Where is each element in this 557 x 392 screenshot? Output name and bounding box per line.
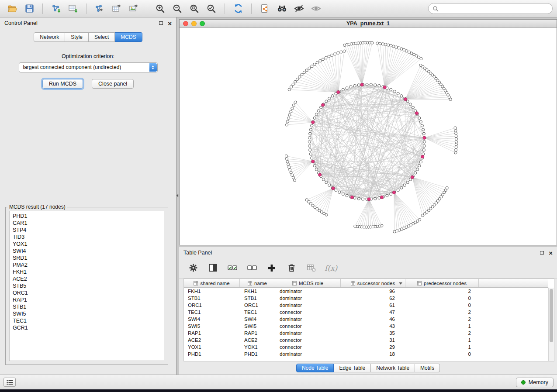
close-panel-icon[interactable]: × — [168, 20, 172, 27]
delete-row-button[interactable] — [285, 262, 298, 274]
table-tab-network-table[interactable]: Network Table — [371, 364, 415, 372]
result-node[interactable]: ORC1 — [13, 289, 161, 296]
table-scrollbar[interactable] — [548, 288, 554, 361]
cell-successor_nodes: 46 — [341, 316, 405, 323]
cell-mcds_role: dominator — [275, 316, 341, 323]
cytoscape-app: Control Panel × NetworkStyleSelectMCDS O… — [0, 0, 557, 392]
column-settings-button[interactable] — [187, 262, 199, 274]
tab-select[interactable]: Select — [89, 32, 115, 42]
criterion-select-value: largest connected component (undirected) — [23, 64, 121, 70]
show-columns-button[interactable] — [207, 262, 219, 274]
show-all-button[interactable] — [308, 2, 324, 15]
cell-mcds_role: connector — [275, 323, 341, 330]
select-all-button[interactable] — [226, 262, 239, 274]
table-row-SWI4[interactable]: SWI4SWI4dominator462 — [184, 316, 548, 323]
zoom-in-button[interactable] — [152, 2, 168, 15]
memory-button[interactable]: Memory — [516, 378, 554, 387]
search-box[interactable] — [428, 3, 553, 14]
cell-successor_nodes: 29 — [341, 344, 405, 351]
apply-layout-button[interactable] — [230, 2, 246, 15]
table-row-YOX1[interactable]: YOX1YOX1connector291 — [184, 344, 548, 351]
function-builder-button[interactable]: f(x) — [325, 262, 337, 274]
table-row-ORC1[interactable]: ORC1ORC1dominator610 — [184, 302, 548, 309]
deselect-all-button[interactable] — [246, 262, 258, 274]
table-tab-edge-table[interactable]: Edge Table — [334, 364, 371, 372]
cell-successor_nodes: 96 — [341, 288, 405, 295]
table-row-PHD1[interactable]: PHD1PHD1dominator180 — [184, 351, 548, 358]
import-table-button[interactable] — [65, 2, 81, 15]
float-panel-icon[interactable] — [159, 21, 163, 25]
select-arrows-icon — [149, 63, 157, 72]
cell-predecessor_nodes: 2 — [405, 288, 479, 295]
zoom-out-button[interactable] — [170, 2, 185, 15]
column-header-shared-name[interactable]: shared name — [184, 279, 240, 287]
table-row-ACE2[interactable]: ACE2ACE2connector311 — [184, 337, 548, 344]
result-node[interactable]: STP4 — [13, 227, 161, 234]
scrollbar-thumb[interactable] — [550, 289, 553, 342]
cell-shared_name: SWI5 — [184, 323, 240, 330]
save-session-button[interactable] — [21, 2, 37, 15]
column-header-MCDS-role[interactable]: MCDS role — [275, 279, 341, 287]
table-tab-motifs[interactable]: Motifs — [415, 364, 440, 372]
zoom-selected-button[interactable] — [204, 2, 219, 15]
toolbar-separator — [251, 3, 252, 14]
add-row-button[interactable] — [266, 262, 278, 274]
result-node[interactable]: CAR1 — [13, 220, 161, 227]
export-network-button[interactable] — [92, 2, 107, 15]
export-table-button[interactable] — [109, 2, 125, 15]
close-mcds-panel-button[interactable]: Close panel — [92, 79, 134, 89]
cell-shared_name: ACE2 — [184, 337, 240, 344]
table-row-TEC1[interactable]: TEC1TEC1connector472 — [184, 309, 548, 316]
float-table-panel-icon[interactable] — [540, 251, 544, 254]
zoom-selected-icon — [206, 3, 217, 14]
result-node[interactable]: PHD1 — [13, 213, 161, 220]
export-image-button[interactable] — [126, 2, 142, 15]
table-tab-node-table[interactable]: Node Table — [296, 364, 334, 372]
unchecked-boxes-icon — [247, 263, 257, 273]
result-node[interactable]: ACE2 — [13, 275, 161, 282]
table-row-FKH1[interactable]: FKH1FKH1dominator962 — [184, 288, 548, 295]
network-view-window: YPA_prune.txt_1 — [179, 19, 557, 245]
node-table-header-row: shared namenameMCDS rolesuccessor nodesp… — [184, 279, 548, 288]
criterion-select[interactable]: largest connected component (undirected) — [19, 62, 158, 72]
result-node[interactable]: SRD1 — [13, 254, 161, 261]
result-node[interactable]: YOX1 — [13, 241, 161, 248]
table-row-RAP1[interactable]: RAP1RAP1dominator352 — [184, 330, 548, 337]
result-node[interactable]: STB5 — [13, 282, 161, 289]
export-web-page-button[interactable] — [257, 2, 273, 15]
column-header-successor-nodes[interactable]: successor nodes — [341, 279, 405, 287]
column-header-predecessor-nodes[interactable]: predecessor nodes — [405, 279, 479, 287]
control-panel-tabs: NetworkStyleSelectMCDS — [0, 32, 176, 42]
table-row-STB1[interactable]: STB1STB1dominator620 — [184, 295, 548, 302]
search-input[interactable] — [441, 6, 548, 12]
network-window-titlebar[interactable]: YPA_prune.txt_1 — [180, 20, 557, 28]
panel-menu-button[interactable] — [3, 378, 16, 387]
result-node[interactable]: GCR1 — [13, 324, 161, 331]
find-button[interactable] — [274, 2, 290, 15]
table-row-SWI5[interactable]: SWI5SWI5connector431 — [184, 323, 548, 330]
cell-successor_nodes: 35 — [341, 330, 405, 337]
result-node[interactable]: STB1 — [13, 303, 161, 310]
network-canvas[interactable] — [180, 28, 557, 245]
result-node[interactable]: RAP1 — [13, 296, 161, 303]
tab-style[interactable]: Style — [65, 32, 89, 42]
open-folder-icon — [7, 3, 17, 14]
cell-predecessor_nodes: 2 — [405, 330, 479, 337]
tab-network[interactable]: Network — [34, 32, 65, 42]
fit-content-button[interactable] — [187, 2, 202, 15]
fit-content-icon — [189, 3, 200, 14]
result-node[interactable]: PMA2 — [13, 261, 161, 268]
hide-selected-button[interactable] — [291, 2, 307, 15]
result-node[interactable]: SWI4 — [13, 248, 161, 254]
open-file-button[interactable] — [4, 2, 20, 15]
result-node[interactable]: TID3 — [13, 234, 161, 241]
result-node[interactable]: TEC1 — [13, 317, 161, 324]
tab-mcds[interactable]: MCDS — [115, 32, 142, 42]
run-mcds-button[interactable]: Run MCDS — [42, 79, 83, 89]
import-network-button[interactable] — [48, 2, 64, 15]
close-table-panel-icon[interactable]: × — [549, 250, 553, 256]
result-node[interactable]: FKH1 — [13, 268, 161, 275]
column-header-name[interactable]: name — [240, 279, 275, 287]
delete-table-button[interactable] — [305, 262, 317, 274]
result-node[interactable]: SWI5 — [13, 310, 161, 317]
